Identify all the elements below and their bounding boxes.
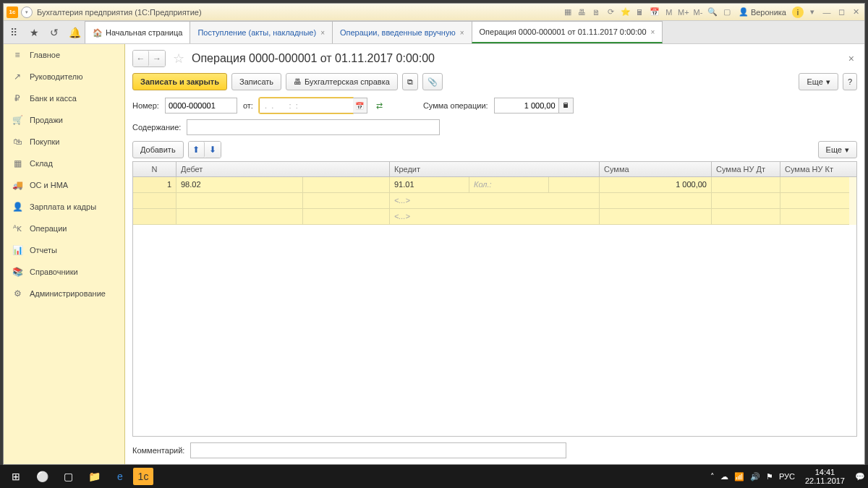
tray-lang[interactable]: РУС bbox=[779, 472, 795, 481]
grid-more-button[interactable]: Еще ▾ bbox=[818, 141, 857, 158]
mplus-icon[interactable]: M+ bbox=[678, 7, 689, 18]
sidebar-item-sales[interactable]: 🛒Продажи bbox=[4, 109, 124, 131]
tray-sound-icon[interactable]: 🔊 bbox=[750, 472, 760, 481]
cell-sum[interactable]: 1 000,00 bbox=[600, 177, 712, 193]
table-row[interactable]: <...> bbox=[133, 209, 856, 225]
cell-debit[interactable]: 98.02 bbox=[176, 177, 303, 193]
attach-mode-button[interactable]: ⧉ bbox=[402, 73, 418, 90]
apps-icon[interactable]: ⠿ bbox=[4, 21, 24, 44]
minimize-icon[interactable]: — bbox=[821, 7, 833, 18]
sidebar-item-bank[interactable]: ₽Банк и касса bbox=[4, 87, 124, 109]
cell-sumnd[interactable] bbox=[712, 177, 780, 193]
tab-close-icon[interactable]: × bbox=[651, 28, 655, 36]
tab-close-icon[interactable]: × bbox=[320, 29, 325, 37]
menu-icon[interactable]: ▾ bbox=[807, 7, 818, 18]
zoom-icon[interactable]: 🔍 bbox=[707, 7, 718, 18]
sidebar-item-main[interactable]: ≡Главное bbox=[4, 44, 124, 66]
sidebar-item-operations[interactable]: ᴬᴋОперации bbox=[4, 218, 124, 239]
save-button[interactable]: Записать bbox=[231, 73, 281, 90]
tab-close-icon[interactable]: × bbox=[460, 29, 464, 37]
tab-receipts[interactable]: Поступление (акты, накладные)× bbox=[190, 21, 333, 43]
sidebar-item-reports[interactable]: 📊Отчеты bbox=[4, 239, 124, 261]
more-button[interactable]: Еще ▾ bbox=[799, 73, 838, 90]
dropdown-icon[interactable]: ▾ bbox=[21, 7, 33, 18]
cell-credit-sub[interactable]: <...> bbox=[390, 209, 600, 225]
tray-network-icon[interactable]: 📶 bbox=[734, 472, 744, 481]
history-icon[interactable]: ↺ bbox=[44, 21, 64, 44]
taskview-icon[interactable]: ▢ bbox=[55, 465, 81, 488]
start-button[interactable]: ⊞ bbox=[3, 465, 29, 488]
cell-n[interactable]: 1 bbox=[133, 177, 176, 193]
favorites-icon[interactable]: ⭐ bbox=[620, 7, 631, 18]
page-close-icon[interactable]: × bbox=[846, 53, 857, 64]
explorer-icon[interactable]: 📁 bbox=[81, 465, 107, 488]
cell-sumnk[interactable] bbox=[780, 209, 849, 225]
cell-debit-sub[interactable] bbox=[303, 209, 390, 225]
sidebar-item-hr[interactable]: 👤Зарплата и кадры bbox=[4, 196, 124, 218]
tray-cloud-icon[interactable]: ☁ bbox=[720, 472, 728, 481]
col-sumnk[interactable]: Сумма НУ Кт bbox=[780, 162, 849, 176]
cell-n[interactable] bbox=[133, 193, 176, 209]
table-row[interactable]: 1 98.02 91.01 Кол.: 1 000,00 bbox=[133, 177, 856, 193]
col-n[interactable]: N bbox=[133, 162, 176, 176]
date-input[interactable] bbox=[259, 98, 353, 114]
favorite-star-icon[interactable]: ☆ bbox=[173, 51, 184, 67]
table-row[interactable]: <...> bbox=[133, 193, 856, 209]
cell-credit-qty[interactable]: Кол.: bbox=[469, 177, 549, 193]
document-icon[interactable]: 🗎 bbox=[591, 7, 603, 18]
number-input[interactable] bbox=[165, 98, 237, 114]
attachment-button[interactable]: 📎 bbox=[422, 73, 443, 90]
col-sum[interactable]: Сумма bbox=[600, 162, 712, 176]
cell-sumnd[interactable] bbox=[712, 209, 780, 225]
bell-icon[interactable]: 🔔 bbox=[64, 21, 85, 44]
cell-sum[interactable] bbox=[600, 209, 712, 225]
nav-back-button[interactable]: ← bbox=[133, 51, 149, 67]
help-button[interactable]: ? bbox=[843, 73, 857, 90]
col-credit[interactable]: Кредит bbox=[390, 162, 600, 176]
close-icon[interactable]: ✕ bbox=[850, 7, 861, 18]
calendar-picker-icon[interactable]: 📅 bbox=[353, 98, 367, 114]
cell-debit-sub[interactable] bbox=[303, 177, 390, 193]
tray-notif-icon[interactable]: 💬 bbox=[855, 472, 865, 481]
cell-credit-sub[interactable]: <...> bbox=[390, 193, 600, 209]
toolbox-icon[interactable]: ▦ bbox=[562, 7, 574, 18]
tab-operation[interactable]: Операция 0000-000001 от 01.11.2017 0:00:… bbox=[472, 21, 663, 43]
cell-debit[interactable] bbox=[176, 209, 303, 225]
tray-up-icon[interactable]: ˄ bbox=[710, 472, 715, 481]
cell-sumnk[interactable] bbox=[780, 193, 849, 209]
app-icon[interactable]: 1с bbox=[133, 468, 153, 485]
cell-debit[interactable] bbox=[176, 193, 303, 209]
comment-input[interactable] bbox=[190, 442, 566, 458]
grid-body[interactable]: 1 98.02 91.01 Кол.: 1 000,00 bbox=[133, 177, 856, 436]
m-icon[interactable]: M bbox=[663, 7, 675, 18]
taskbar-clock[interactable]: 14:41 22.11.2017 bbox=[801, 468, 849, 485]
cell-sumnd[interactable] bbox=[712, 193, 780, 209]
cell-n[interactable] bbox=[133, 209, 176, 225]
col-sumnd[interactable]: Сумма НУ Дт bbox=[712, 162, 780, 176]
calculator-icon[interactable]: 🖩 bbox=[559, 98, 574, 114]
nav-forward-button[interactable]: → bbox=[149, 51, 165, 67]
print-ref-button[interactable]: 🖶Бухгалтерская справка bbox=[286, 73, 398, 90]
tray-flag-icon[interactable]: ⚑ bbox=[766, 472, 773, 481]
col-debit[interactable]: Дебет bbox=[176, 162, 390, 176]
refresh-icon[interactable]: ⟳ bbox=[605, 7, 617, 18]
panel-icon[interactable]: ▢ bbox=[721, 7, 733, 18]
search-icon[interactable]: ⚪ bbox=[29, 465, 55, 488]
star-icon[interactable]: ★ bbox=[24, 21, 44, 44]
sidebar-item-purchases[interactable]: 🛍Покупки bbox=[4, 131, 124, 153]
cell-sumnk[interactable] bbox=[780, 177, 849, 193]
sidebar-item-admin[interactable]: ⚙Администрирование bbox=[4, 283, 124, 304]
add-row-button[interactable]: Добавить bbox=[132, 141, 184, 158]
calendar-icon[interactable]: 📅 bbox=[649, 7, 660, 18]
sidebar-item-assets[interactable]: 🚚ОС и НМА bbox=[4, 174, 124, 196]
calc-icon[interactable]: 🖩 bbox=[634, 7, 646, 18]
cell-credit[interactable]: 91.01 bbox=[390, 177, 469, 193]
move-down-button[interactable]: ⬇ bbox=[205, 142, 221, 158]
sidebar-item-warehouse[interactable]: ▦Склад bbox=[4, 153, 124, 174]
cell-debit-sub[interactable] bbox=[303, 193, 390, 209]
tab-manual-ops[interactable]: Операции, введенные вручную× bbox=[332, 21, 472, 43]
maximize-icon[interactable]: ◻ bbox=[835, 7, 847, 18]
sum-input[interactable] bbox=[494, 98, 559, 114]
sidebar-item-manager[interactable]: ↗Руководителю bbox=[4, 66, 124, 87]
edge-icon[interactable]: e bbox=[107, 465, 133, 488]
